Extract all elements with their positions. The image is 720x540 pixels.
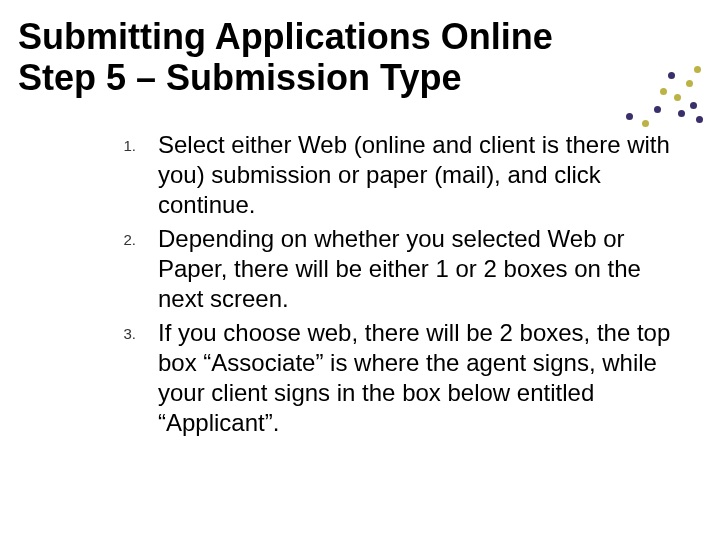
list-number: 3. [86, 318, 158, 342]
dot-icon [654, 106, 661, 113]
title-line-2: Step 5 – Submission Type [18, 57, 461, 98]
dot-icon [694, 66, 701, 73]
slide-body: 1. Select either Web (online and client … [86, 130, 680, 442]
list-item: 2. Depending on whether you selected Web… [86, 224, 680, 314]
decorative-dots [616, 58, 706, 128]
dot-icon [660, 88, 667, 95]
dot-icon [668, 72, 675, 79]
list-number: 2. [86, 224, 158, 248]
slide-title: Submitting Applications Online Step 5 – … [18, 16, 700, 99]
dot-icon [696, 116, 703, 123]
dot-icon [674, 94, 681, 101]
list-text: If you choose web, there will be 2 boxes… [158, 318, 680, 438]
dot-icon [690, 102, 697, 109]
dot-icon [642, 120, 649, 127]
list-text: Depending on whether you selected Web or… [158, 224, 680, 314]
list-item: 1. Select either Web (online and client … [86, 130, 680, 220]
dot-icon [626, 113, 633, 120]
list-number: 1. [86, 130, 158, 154]
slide: Submitting Applications Online Step 5 – … [0, 0, 720, 540]
dot-icon [686, 80, 693, 87]
dot-icon [678, 110, 685, 117]
title-line-1: Submitting Applications Online [18, 16, 553, 57]
list-item: 3. If you choose web, there will be 2 bo… [86, 318, 680, 438]
list-text: Select either Web (online and client is … [158, 130, 680, 220]
